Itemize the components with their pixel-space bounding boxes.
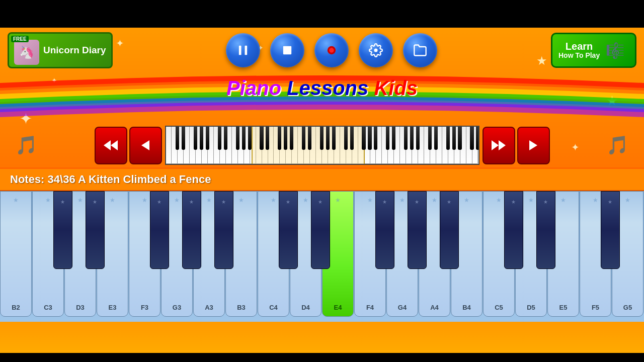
control-buttons	[123, 33, 541, 67]
piano-black-key-D3[interactable]: ★	[86, 191, 105, 269]
learn-label-line1: Learn	[558, 41, 600, 52]
toolbar: FREE 🦄 Unicorn Diary	[0, 28, 644, 73]
svg-marker-7	[141, 140, 149, 150]
notes-bar: Notes: 34\36 A Kitten Climbed a Fence	[0, 167, 644, 191]
piano-roll[interactable]	[165, 126, 479, 165]
notes-text: Notes: 34\36 A Kitten Climbed a Fence	[10, 173, 211, 186]
title-kids: Kids	[374, 77, 418, 99]
music-note-icon: 🎼	[606, 42, 624, 59]
pause-button[interactable]	[226, 33, 260, 67]
skip-back-button[interactable]	[95, 127, 127, 164]
piano-black-key-G4[interactable]: ★	[408, 191, 427, 269]
prev-button[interactable]	[129, 127, 162, 164]
record-button[interactable]	[314, 33, 349, 67]
svg-marker-6	[111, 140, 118, 150]
svg-rect-1	[245, 46, 248, 55]
piano-black-key-F5[interactable]: ★	[601, 191, 620, 269]
piano-black-key-F4[interactable]: ★	[375, 191, 394, 269]
folder-button[interactable]	[403, 33, 437, 67]
skip-forward-button[interactable]	[482, 127, 515, 164]
piano-key-B2[interactable]: ★B2	[0, 191, 32, 317]
learn-button[interactable]: Learn How To Play 🎼	[551, 33, 636, 68]
piano-black-key-F3[interactable]: ★	[150, 191, 169, 269]
stop-button[interactable]	[270, 33, 304, 67]
svg-point-4	[330, 48, 334, 52]
piano-black-key-A3[interactable]: ★	[214, 191, 233, 269]
piano-keyboard: ★B2★C3★★D3★★E3★F3★★G3★★A3★★B3★C4★★D4★★E4…	[0, 191, 644, 322]
learn-label-line2: How To Play	[558, 52, 600, 59]
piano-black-key-G3[interactable]: ★	[182, 191, 201, 269]
free-badge: FREE	[11, 36, 29, 42]
bottom-black-bar	[0, 353, 644, 362]
piano-black-key-C3[interactable]: ★	[53, 191, 72, 269]
svg-marker-5	[104, 140, 111, 150]
rainbow-area: Piano Lessons Kids	[0, 73, 644, 123]
piano-black-key-A4[interactable]: ★	[440, 191, 459, 269]
svg-marker-10	[529, 140, 537, 150]
left-music-decor: 🎵	[15, 135, 38, 156]
app-title: Unicorn Diary	[43, 45, 106, 56]
next-button[interactable]	[517, 127, 550, 164]
piano-title: Piano Lessons Kids	[0, 73, 644, 100]
app-logo-icon: 🦄	[14, 40, 39, 65]
piano-black-key-D5[interactable]: ★	[536, 191, 555, 269]
title-piano: Piano	[226, 77, 287, 99]
svg-marker-8	[492, 140, 499, 150]
right-music-decor: 🎵	[606, 135, 629, 156]
piano-nav-row: 🎵 🎵	[0, 123, 644, 167]
piano-black-key-C4[interactable]: ★	[279, 191, 298, 269]
piano-black-key-D4[interactable]: ★	[311, 191, 330, 269]
svg-rect-2	[283, 46, 291, 54]
title-lessons: Lessons	[287, 77, 374, 99]
app-logo[interactable]: FREE 🦄 Unicorn Diary	[8, 32, 113, 68]
top-black-bar	[0, 0, 644, 28]
piano-black-key-C5[interactable]: ★	[504, 191, 523, 269]
svg-rect-0	[239, 46, 242, 55]
settings-button[interactable]	[359, 33, 393, 67]
main-container: ✦ ★ ✦ ✦ ★ ✦ ★ ✦ ✦ ✦ ★ FREE 🦄 Unicorn Dia…	[0, 28, 644, 353]
svg-marker-9	[499, 140, 506, 150]
